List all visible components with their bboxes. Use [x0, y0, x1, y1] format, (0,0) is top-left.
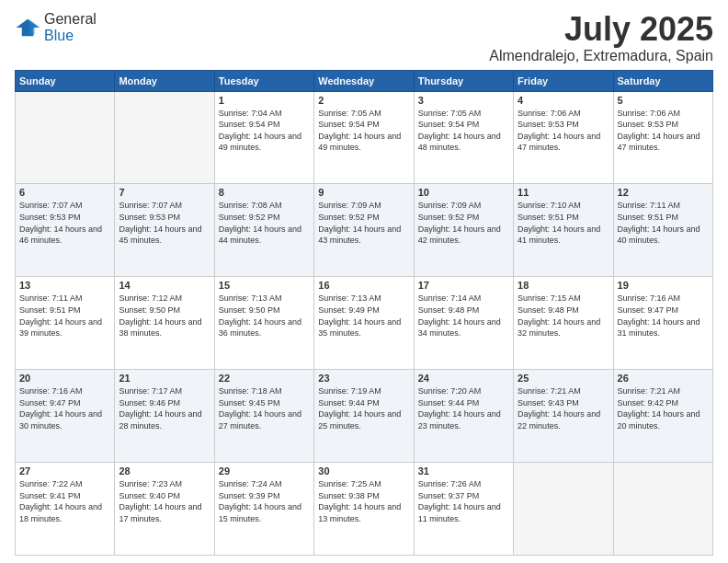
day-number: 20 [19, 373, 110, 384]
day-number: 7 [119, 187, 210, 198]
calendar-day-cell: 25Sunrise: 7:21 AMSunset: 9:43 PMDayligh… [514, 370, 613, 463]
month-title: July 2025 [489, 11, 713, 48]
calendar-header-row: SundayMondayTuesdayWednesdayThursdayFrid… [16, 70, 713, 91]
day-number: 9 [318, 187, 409, 198]
day-info: Sunrise: 7:13 AMSunset: 9:49 PMDaylight:… [318, 293, 409, 339]
calendar-day-cell: 13Sunrise: 7:11 AMSunset: 9:51 PMDayligh… [16, 277, 115, 370]
day-number: 10 [418, 187, 509, 198]
day-number: 25 [518, 373, 609, 384]
calendar-day-cell: 18Sunrise: 7:15 AMSunset: 9:48 PMDayligh… [514, 277, 613, 370]
day-info: Sunrise: 7:09 AMSunset: 9:52 PMDaylight:… [318, 200, 409, 246]
day-info: Sunrise: 7:25 AMSunset: 9:38 PMDaylight:… [318, 478, 409, 524]
calendar-day-cell [16, 91, 115, 184]
location-title: Almendralejo, Extremadura, Spain [489, 48, 713, 64]
day-info: Sunrise: 7:18 AMSunset: 9:45 PMDaylight:… [219, 385, 310, 431]
day-info: Sunrise: 7:08 AMSunset: 9:52 PMDaylight:… [219, 200, 310, 246]
calendar-day-cell: 6Sunrise: 7:07 AMSunset: 9:53 PMDaylight… [16, 184, 115, 277]
calendar-day-cell: 31Sunrise: 7:26 AMSunset: 9:37 PMDayligh… [414, 463, 513, 556]
calendar-day-cell: 3Sunrise: 7:05 AMSunset: 9:54 PMDaylight… [414, 91, 513, 184]
header: General Blue July 2025 Almendralejo, Ext… [15, 11, 713, 64]
day-info: Sunrise: 7:21 AMSunset: 9:42 PMDaylight:… [618, 385, 709, 431]
day-info: Sunrise: 7:16 AMSunset: 9:47 PMDaylight:… [19, 385, 110, 431]
weekday-header: Wednesday [314, 70, 414, 91]
day-info: Sunrise: 7:19 AMSunset: 9:44 PMDaylight:… [318, 385, 409, 431]
calendar-day-cell: 11Sunrise: 7:10 AMSunset: 9:51 PMDayligh… [514, 184, 613, 277]
calendar-day-cell [613, 463, 712, 556]
day-number: 23 [318, 373, 409, 384]
weekday-header: Friday [514, 70, 613, 91]
page: General Blue July 2025 Almendralejo, Ext… [0, 0, 728, 563]
calendar-day-cell: 8Sunrise: 7:08 AMSunset: 9:52 PMDaylight… [214, 184, 313, 277]
calendar-week-row: 6Sunrise: 7:07 AMSunset: 9:53 PMDaylight… [16, 184, 713, 277]
day-info: Sunrise: 7:10 AMSunset: 9:51 PMDaylight:… [518, 200, 609, 246]
calendar-day-cell: 10Sunrise: 7:09 AMSunset: 9:52 PMDayligh… [414, 184, 513, 277]
calendar-day-cell: 20Sunrise: 7:16 AMSunset: 9:47 PMDayligh… [16, 370, 115, 463]
day-info: Sunrise: 7:22 AMSunset: 9:41 PMDaylight:… [19, 478, 110, 524]
weekday-header: Sunday [16, 70, 115, 91]
day-number: 27 [19, 465, 110, 477]
calendar-day-cell: 16Sunrise: 7:13 AMSunset: 9:49 PMDayligh… [314, 277, 414, 370]
logo-text: General Blue [44, 11, 97, 44]
calendar: SundayMondayTuesdayWednesdayThursdayFrid… [15, 70, 713, 556]
day-number: 4 [518, 95, 609, 106]
day-info: Sunrise: 7:06 AMSunset: 9:53 PMDaylight:… [618, 108, 709, 154]
day-info: Sunrise: 7:09 AMSunset: 9:52 PMDaylight:… [418, 200, 509, 246]
calendar-day-cell: 30Sunrise: 7:25 AMSunset: 9:38 PMDayligh… [314, 463, 414, 556]
day-info: Sunrise: 7:11 AMSunset: 9:51 PMDaylight:… [618, 200, 709, 246]
logo-icon [15, 17, 40, 38]
day-number: 26 [618, 373, 709, 384]
day-number: 18 [518, 280, 609, 291]
calendar-day-cell: 28Sunrise: 7:23 AMSunset: 9:40 PMDayligh… [115, 463, 214, 556]
calendar-day-cell: 5Sunrise: 7:06 AMSunset: 9:53 PMDaylight… [613, 91, 712, 184]
day-info: Sunrise: 7:17 AMSunset: 9:46 PMDaylight:… [119, 385, 210, 431]
day-number: 31 [418, 465, 509, 477]
calendar-day-cell [115, 91, 214, 184]
calendar-week-row: 27Sunrise: 7:22 AMSunset: 9:41 PMDayligh… [16, 463, 713, 556]
day-number: 24 [418, 373, 509, 384]
day-info: Sunrise: 7:11 AMSunset: 9:51 PMDaylight:… [19, 293, 110, 339]
weekday-header: Tuesday [214, 70, 313, 91]
day-number: 3 [418, 95, 509, 106]
calendar-day-cell: 22Sunrise: 7:18 AMSunset: 9:45 PMDayligh… [214, 370, 313, 463]
calendar-day-cell: 26Sunrise: 7:21 AMSunset: 9:42 PMDayligh… [613, 370, 712, 463]
day-number: 17 [418, 280, 509, 291]
day-info: Sunrise: 7:06 AMSunset: 9:53 PMDaylight:… [518, 108, 609, 154]
day-info: Sunrise: 7:04 AMSunset: 9:54 PMDaylight:… [219, 108, 310, 154]
calendar-day-cell: 29Sunrise: 7:24 AMSunset: 9:39 PMDayligh… [214, 463, 313, 556]
calendar-day-cell: 12Sunrise: 7:11 AMSunset: 9:51 PMDayligh… [613, 184, 712, 277]
day-info: Sunrise: 7:07 AMSunset: 9:53 PMDaylight:… [19, 200, 110, 246]
calendar-day-cell: 15Sunrise: 7:13 AMSunset: 9:50 PMDayligh… [214, 277, 313, 370]
calendar-day-cell: 14Sunrise: 7:12 AMSunset: 9:50 PMDayligh… [115, 277, 214, 370]
day-number: 2 [318, 95, 409, 106]
day-info: Sunrise: 7:13 AMSunset: 9:50 PMDaylight:… [219, 293, 310, 339]
logo-blue: Blue [44, 28, 74, 43]
calendar-day-cell: 17Sunrise: 7:14 AMSunset: 9:48 PMDayligh… [414, 277, 513, 370]
calendar-day-cell: 24Sunrise: 7:20 AMSunset: 9:44 PMDayligh… [414, 370, 513, 463]
day-info: Sunrise: 7:07 AMSunset: 9:53 PMDaylight:… [119, 200, 210, 246]
calendar-day-cell: 27Sunrise: 7:22 AMSunset: 9:41 PMDayligh… [16, 463, 115, 556]
calendar-day-cell: 23Sunrise: 7:19 AMSunset: 9:44 PMDayligh… [314, 370, 414, 463]
day-number: 13 [19, 280, 110, 291]
day-number: 29 [219, 465, 310, 477]
title-block: July 2025 Almendralejo, Extremadura, Spa… [489, 11, 713, 64]
day-number: 22 [219, 373, 310, 384]
logo: General Blue [15, 11, 97, 44]
calendar-week-row: 20Sunrise: 7:16 AMSunset: 9:47 PMDayligh… [16, 370, 713, 463]
day-number: 5 [618, 95, 709, 106]
day-info: Sunrise: 7:05 AMSunset: 9:54 PMDaylight:… [418, 108, 509, 154]
calendar-day-cell: 7Sunrise: 7:07 AMSunset: 9:53 PMDaylight… [115, 184, 214, 277]
day-number: 11 [518, 187, 609, 198]
day-number: 19 [618, 280, 709, 291]
day-info: Sunrise: 7:23 AMSunset: 9:40 PMDaylight:… [119, 478, 210, 524]
calendar-day-cell: 21Sunrise: 7:17 AMSunset: 9:46 PMDayligh… [115, 370, 214, 463]
day-info: Sunrise: 7:15 AMSunset: 9:48 PMDaylight:… [518, 293, 609, 339]
calendar-day-cell: 19Sunrise: 7:16 AMSunset: 9:47 PMDayligh… [613, 277, 712, 370]
day-number: 15 [219, 280, 310, 291]
day-number: 21 [119, 373, 210, 384]
calendar-week-row: 13Sunrise: 7:11 AMSunset: 9:51 PMDayligh… [16, 277, 713, 370]
day-number: 30 [318, 465, 409, 477]
day-info: Sunrise: 7:16 AMSunset: 9:47 PMDaylight:… [618, 293, 709, 339]
calendar-day-cell [514, 463, 613, 556]
weekday-header: Monday [115, 70, 214, 91]
weekday-header: Thursday [414, 70, 513, 91]
